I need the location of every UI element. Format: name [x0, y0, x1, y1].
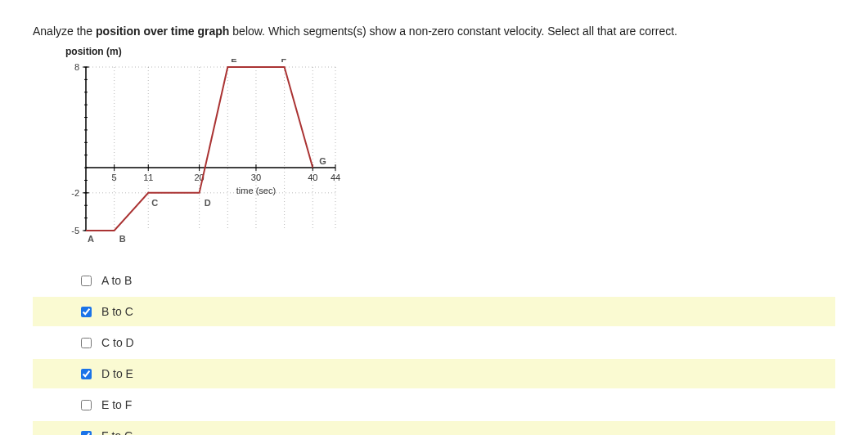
- option-label: D to E: [101, 367, 133, 380]
- svg-text:F: F: [281, 59, 287, 64]
- question-pre: Analyze the: [33, 25, 96, 38]
- y-axis-label: position (m): [65, 46, 835, 57]
- svg-text:11: 11: [143, 173, 153, 182]
- option-label: E to F: [101, 398, 132, 411]
- option-checkbox[interactable]: [81, 369, 92, 379]
- option-row: B to C: [33, 297, 835, 326]
- question-text: Analyze the position over time graph bel…: [33, 25, 835, 38]
- svg-text:D: D: [205, 198, 211, 208]
- option-checkbox[interactable]: [81, 431, 92, 436]
- option-row: A to B: [33, 266, 835, 295]
- question-bold: position over time graph: [96, 25, 229, 38]
- svg-text:44: 44: [331, 173, 340, 182]
- option-row: C to D: [33, 328, 835, 357]
- svg-text:30: 30: [251, 173, 261, 182]
- svg-text:B: B: [119, 234, 126, 244]
- svg-text:time (sec): time (sec): [236, 186, 276, 195]
- option-checkbox[interactable]: [81, 400, 92, 410]
- svg-text:A: A: [88, 234, 94, 244]
- svg-text:8: 8: [74, 62, 79, 72]
- svg-text:-2: -2: [71, 188, 79, 198]
- graph-area: position (m) -5-2851120304044ABCDEFGtime…: [49, 46, 835, 249]
- svg-text:-5: -5: [71, 226, 79, 235]
- svg-text:G: G: [319, 156, 326, 166]
- svg-text:E: E: [231, 59, 236, 64]
- option-checkbox[interactable]: [81, 338, 92, 348]
- option-label: C to D: [101, 336, 134, 349]
- option-row: E to F: [33, 390, 835, 419]
- option-label: F to G: [101, 429, 133, 435]
- option-checkbox[interactable]: [81, 276, 92, 286]
- option-row: D to E: [33, 359, 835, 388]
- option-row: F to G: [33, 421, 835, 435]
- option-label: A to B: [101, 274, 132, 287]
- svg-text:C: C: [151, 198, 158, 208]
- question-post: below. Which segments(s) show a non-zero…: [229, 25, 677, 38]
- svg-text:40: 40: [308, 173, 317, 182]
- position-time-graph: -5-2851120304044ABCDEFGtime (sec): [49, 59, 352, 247]
- svg-text:5: 5: [112, 173, 117, 182]
- option-checkbox[interactable]: [81, 307, 92, 317]
- answer-options: A to BB to CC to DD to EE to FF to G: [33, 266, 835, 435]
- option-label: B to C: [101, 305, 133, 318]
